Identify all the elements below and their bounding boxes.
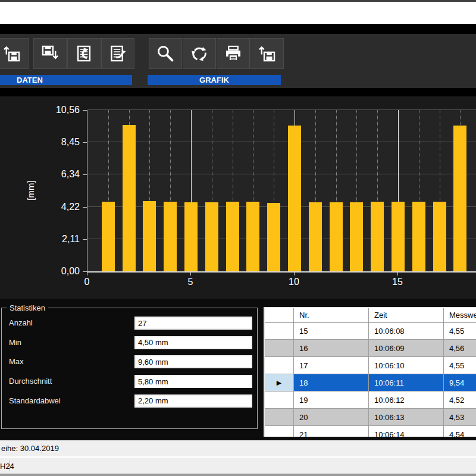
column-header-Zeit[interactable]: Zeit: [369, 308, 444, 322]
table-row[interactable]: 1610:06:094,56: [265, 340, 476, 357]
recycle-button[interactable]: [183, 38, 216, 69]
save-graphic-button[interactable]: [250, 38, 284, 69]
bar: [102, 202, 115, 271]
statusbar-date-text: eihe: 30.04.2019: [1, 440, 59, 456]
print-button[interactable]: [217, 38, 250, 69]
bar: [164, 202, 177, 271]
toolbar-group-grafik: GRAFIK: [148, 75, 281, 85]
cell-nr[interactable]: 18: [294, 374, 369, 392]
bar: [350, 202, 363, 272]
x-tick-mark: [397, 273, 398, 275]
bar: [433, 202, 446, 271]
bar: [309, 202, 322, 271]
table-row[interactable]: 2110:06:144,54: [265, 426, 476, 437]
cell-messwert[interactable]: 4,52: [444, 392, 476, 409]
row-selector-marker[interactable]: ▶: [265, 374, 294, 392]
statusbar-line2: H24: [0, 458, 476, 474]
cell-messwert[interactable]: 4,56: [444, 340, 476, 357]
table-row[interactable]: 1710:06:104,55: [265, 357, 476, 374]
floppy-arrow-up-icon: [257, 43, 277, 64]
document-arrow-out-icon: [108, 43, 128, 64]
cell-zeit[interactable]: 10:06:10: [369, 357, 444, 374]
zoom-button[interactable]: [149, 38, 182, 69]
bar: [330, 202, 343, 271]
statistics-groupbox: Statistiken AnzahlMinMaxDurchschnittStan…: [1, 308, 258, 429]
cell-nr[interactable]: 15: [294, 322, 369, 340]
statusbar-id-text: H24: [0, 458, 14, 474]
stat-input-durchschnitt[interactable]: [134, 375, 252, 388]
bar: [453, 126, 466, 271]
cell-messwert[interactable]: 4,55: [444, 322, 476, 340]
table-row[interactable]: 1510:06:084,55: [265, 322, 476, 340]
cell-zeit[interactable]: 10:06:14: [369, 426, 444, 437]
y-tick-label: 10,56: [30, 105, 80, 115]
row-header-cell[interactable]: [265, 392, 294, 409]
stat-label-min: Min: [9, 336, 21, 349]
x-tick-label: 0: [75, 277, 99, 287]
table-header-row: Nr.ZeitMesswe: [265, 308, 476, 322]
bar: [246, 202, 259, 271]
statusbar-separator: [42, 443, 42, 454]
measurement-table[interactable]: Nr.ZeitMesswe1510:06:084,551610:06:094,5…: [264, 307, 476, 437]
cell-messwert[interactable]: 4,54: [444, 426, 476, 437]
stat-label-anzahl: Anzahl: [9, 317, 33, 330]
cell-zeit[interactable]: 10:06:12: [369, 392, 444, 409]
toolbar: DATEN GRAFIK: [0, 34, 476, 88]
app-window: DATEN GRAFIK [mm] 0,002,114,226,348,4510…: [0, 0, 476, 476]
chart-plot-area: [87, 110, 476, 273]
table-corner-header[interactable]: [265, 308, 294, 322]
column-header-Messwe[interactable]: Messwe: [444, 308, 476, 322]
cell-nr[interactable]: 17: [294, 357, 369, 374]
bar: [205, 202, 218, 272]
save-data-button[interactable]: [33, 38, 67, 69]
cell-zeit[interactable]: 10:06:13: [369, 409, 444, 426]
x-tick-label: 15: [386, 277, 409, 287]
load-data-button[interactable]: [0, 38, 29, 69]
y-tick-mark: [83, 207, 87, 208]
stat-input-standardabwei[interactable]: [134, 394, 252, 408]
x-tick-mark: [294, 273, 295, 275]
table-row[interactable]: 1910:06:124,52: [265, 392, 476, 409]
printer-icon: [223, 43, 243, 64]
stat-input-anzahl[interactable]: [134, 317, 252, 330]
row-header-cell[interactable]: [265, 426, 294, 437]
cell-nr[interactable]: 20: [294, 409, 369, 426]
stat-label-max: Max: [9, 355, 24, 368]
cell-zeit[interactable]: 10:06:08: [369, 322, 444, 340]
toolbar-group-daten: DATEN: [0, 75, 132, 85]
row-header-cell[interactable]: [265, 322, 294, 340]
stat-label-durchschnitt: Durchschnitt: [9, 375, 52, 388]
cell-nr[interactable]: 16: [294, 340, 369, 357]
horizontal-gridline: [87, 109, 476, 110]
table-row[interactable]: 2010:06:134,53: [265, 409, 476, 426]
y-tick-label: 2,11: [30, 234, 80, 245]
column-header-Nr.[interactable]: Nr.: [294, 308, 369, 322]
bar: [226, 202, 239, 271]
bar: [371, 202, 384, 271]
row-header-cell[interactable]: [265, 409, 294, 426]
y-tick-mark: [83, 174, 87, 175]
stat-input-max[interactable]: [134, 355, 252, 368]
row-header-cell[interactable]: [265, 357, 294, 374]
floppy-arrow-up-icon: [2, 43, 22, 64]
menubar: [0, 2, 476, 24]
x-tick-mark: [87, 273, 87, 275]
cell-messwert[interactable]: 4,53: [444, 409, 476, 426]
y-tick-label: 4,22: [30, 202, 80, 212]
table-row[interactable]: ▶1810:06:119,54: [265, 374, 476, 392]
cell-nr[interactable]: 21: [294, 426, 369, 437]
floppy-arrow-down-icon: [40, 43, 60, 64]
row-header-cell[interactable]: [265, 340, 294, 357]
stat-input-min[interactable]: [134, 336, 252, 349]
cell-messwert[interactable]: 4,55: [444, 357, 476, 374]
cell-zeit[interactable]: 10:06:09: [369, 340, 444, 357]
cell-nr[interactable]: 19: [294, 392, 369, 409]
export-report-button[interactable]: [101, 38, 134, 69]
cell-messwert[interactable]: 9,54: [444, 374, 476, 392]
y-tick-label: 6,34: [30, 169, 80, 180]
y-tick-mark: [83, 239, 87, 240]
cell-zeit[interactable]: 10:06:11: [369, 374, 444, 392]
y-tick-mark: [83, 271, 87, 272]
import-report-button[interactable]: [67, 38, 101, 69]
y-tick-label: 8,45: [30, 137, 80, 148]
